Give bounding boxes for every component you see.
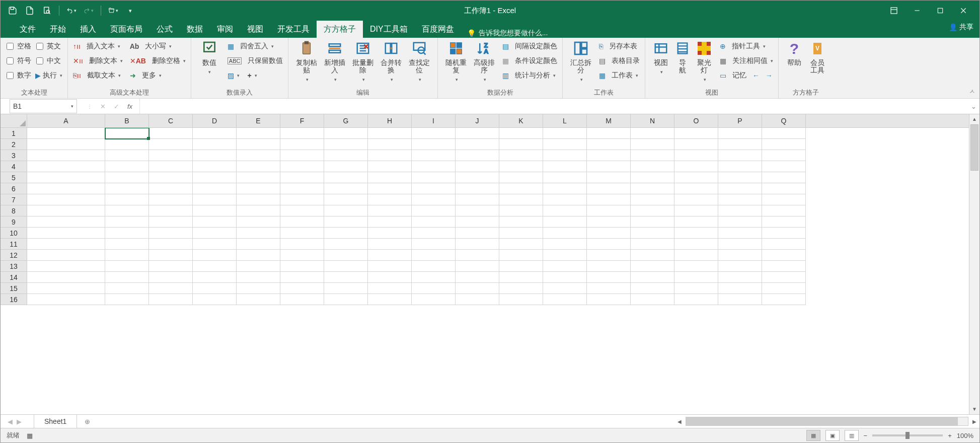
cell[interactable]: [237, 294, 280, 305]
nav-btn[interactable]: 导航: [672, 40, 693, 74]
cell[interactable]: [412, 161, 456, 172]
cell[interactable]: [631, 261, 674, 272]
cell[interactable]: [718, 205, 762, 216]
cell[interactable]: [324, 261, 368, 272]
round[interactable]: ▦ 四舍五入▾: [227, 40, 284, 53]
copy-paste[interactable]: 复制粘贴▾: [292, 40, 321, 84]
cell[interactable]: [762, 228, 806, 239]
cell[interactable]: [762, 161, 806, 172]
cell[interactable]: [149, 139, 193, 150]
cell[interactable]: [368, 294, 412, 305]
cell[interactable]: [324, 216, 368, 228]
cell[interactable]: [456, 128, 499, 139]
cell[interactable]: [27, 150, 105, 161]
cell[interactable]: [27, 283, 105, 294]
cell[interactable]: [193, 128, 237, 139]
cell[interactable]: [631, 283, 674, 294]
cell[interactable]: [280, 250, 324, 261]
cell[interactable]: [237, 183, 280, 194]
cell[interactable]: [587, 261, 631, 272]
cell[interactable]: [368, 261, 412, 272]
col-K[interactable]: K: [499, 114, 543, 127]
cell[interactable]: [412, 272, 456, 283]
cell[interactable]: [762, 283, 806, 294]
cell[interactable]: [324, 239, 368, 250]
cell[interactable]: [631, 294, 674, 305]
cell[interactable]: [499, 128, 543, 139]
memory[interactable]: ▭ 记忆 ← →: [719, 69, 774, 82]
view-btn[interactable]: 视图▾: [649, 40, 672, 76]
cell[interactable]: [762, 194, 806, 205]
tab-view[interactable]: 视图: [240, 21, 270, 38]
cell[interactable]: [543, 216, 587, 228]
save-as[interactable]: ⎘ 另存本表: [598, 40, 641, 53]
formula-input[interactable]: [140, 99, 967, 114]
cell[interactable]: [193, 272, 237, 283]
cell[interactable]: [105, 172, 149, 183]
scroll-up-icon[interactable]: ▲: [969, 114, 979, 124]
cell[interactable]: [193, 294, 237, 305]
new-icon[interactable]: [25, 6, 35, 16]
cell[interactable]: [499, 172, 543, 183]
fx-icon[interactable]: fx: [127, 103, 132, 110]
cell[interactable]: [499, 228, 543, 239]
minimize-icon[interactable]: [912, 6, 922, 16]
cell[interactable]: [237, 139, 280, 150]
cell[interactable]: [762, 150, 806, 161]
sheet-tab[interactable]: Sheet1: [34, 414, 77, 429]
col-C[interactable]: C: [149, 114, 193, 127]
cell[interactable]: [674, 283, 718, 294]
cell[interactable]: [237, 172, 280, 183]
cell[interactable]: [587, 161, 631, 172]
open-icon[interactable]: ▾: [108, 6, 118, 16]
cell[interactable]: [718, 161, 762, 172]
cell[interactable]: [762, 139, 806, 150]
cell[interactable]: [368, 283, 412, 294]
cell[interactable]: [412, 128, 456, 139]
cell[interactable]: [149, 239, 193, 250]
collapse-ribbon-icon[interactable]: ㅅ: [969, 87, 975, 96]
cell[interactable]: [499, 261, 543, 272]
row-header[interactable]: 6: [1, 183, 27, 194]
cell[interactable]: [412, 205, 456, 216]
cell[interactable]: [149, 228, 193, 239]
cell[interactable]: [587, 239, 631, 250]
cell[interactable]: [368, 183, 412, 194]
cell[interactable]: [762, 183, 806, 194]
cell[interactable]: [631, 128, 674, 139]
stats[interactable]: ▥ 统计与分析▾: [501, 69, 558, 82]
row-header[interactable]: 14: [1, 272, 27, 283]
cell[interactable]: [456, 150, 499, 161]
cell[interactable]: [105, 272, 149, 283]
cell[interactable]: [631, 161, 674, 172]
cell[interactable]: [149, 261, 193, 272]
cell[interactable]: [149, 272, 193, 283]
cell[interactable]: [587, 283, 631, 294]
cell[interactable]: [368, 139, 412, 150]
cell[interactable]: [324, 283, 368, 294]
cell[interactable]: [456, 294, 499, 305]
cell[interactable]: [105, 283, 149, 294]
cell[interactable]: [368, 239, 412, 250]
merge-convert[interactable]: 合并转换▾: [377, 40, 405, 84]
cell[interactable]: [105, 294, 149, 305]
maximize-icon[interactable]: [935, 6, 945, 16]
cell[interactable]: [543, 272, 587, 283]
col-J[interactable]: J: [456, 114, 499, 127]
cell[interactable]: [499, 250, 543, 261]
cell[interactable]: [674, 161, 718, 172]
chk-english[interactable]: 英文: [34, 40, 63, 53]
cell[interactable]: [149, 216, 193, 228]
advanced-sort[interactable]: ZA高级排序▾: [470, 40, 498, 84]
cell[interactable]: [587, 228, 631, 239]
cell[interactable]: [631, 183, 674, 194]
keep-number[interactable]: ABC 只保留数值: [227, 54, 284, 67]
cell[interactable]: [587, 294, 631, 305]
tab-formula[interactable]: 公式: [149, 21, 180, 38]
case[interactable]: Ab 大小写▾: [129, 40, 187, 53]
cell[interactable]: [587, 205, 631, 216]
cell[interactable]: [543, 172, 587, 183]
cell[interactable]: [718, 261, 762, 272]
cell[interactable]: [718, 150, 762, 161]
cell[interactable]: [27, 294, 105, 305]
